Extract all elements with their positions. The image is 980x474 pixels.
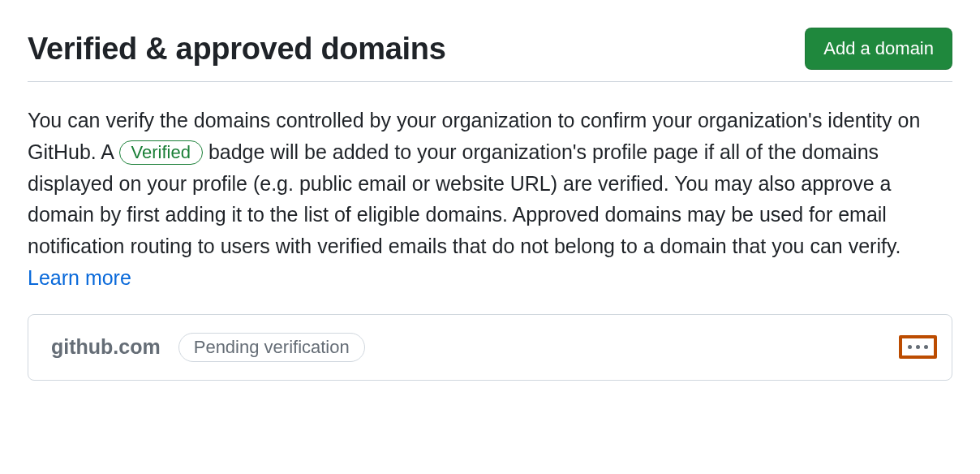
- page-title: Verified & approved domains: [28, 32, 446, 67]
- description-text: You can verify the domains controlled by…: [28, 105, 952, 294]
- domain-list-item: github.com Pending verification: [28, 314, 952, 381]
- verified-badge: Verified: [119, 140, 203, 165]
- domain-name: github.com: [51, 335, 161, 359]
- learn-more-link[interactable]: Learn more: [28, 266, 131, 289]
- domain-actions-menu-button[interactable]: [899, 335, 937, 359]
- settings-header: Verified & approved domains Add a domain: [28, 28, 952, 82]
- kebab-icon: [908, 345, 928, 349]
- pending-verification-badge: Pending verification: [178, 333, 365, 362]
- add-domain-button[interactable]: Add a domain: [805, 28, 952, 70]
